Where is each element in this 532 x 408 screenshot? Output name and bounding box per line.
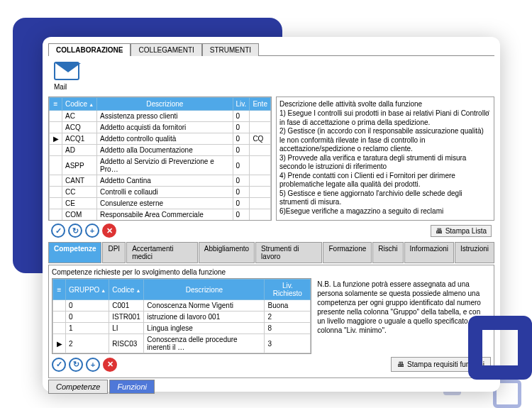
tab-funzioni-bottom[interactable]: Funzioni — [109, 380, 155, 394]
col-ente[interactable]: Ente — [250, 98, 271, 111]
top-tabs: COLLABORAZIONE COLLEGAMENTI STRUMENTI — [48, 43, 494, 56]
col-liv-richiesto[interactable]: Liv. Richiesto — [265, 280, 311, 300]
sub-tab-accertamenti-medici[interactable]: Accertamenti medici — [126, 242, 198, 263]
main-toolbar: ✓ ↻ + ✕ 🖶 Stampa Lista — [48, 221, 494, 241]
sub-tab-informazioni[interactable]: Informazioni — [404, 242, 454, 263]
delete-button[interactable]: ✕ — [103, 358, 117, 372]
sub-tab-rischi[interactable]: Rischi — [372, 242, 403, 263]
comp-toolbar: ✓ ↻ + ✕ 🖶 Stampa requisiti funzioni — [52, 354, 491, 375]
add-button[interactable]: + — [86, 358, 100, 372]
comp-note: N.B. La funzione potrà essere assegnata … — [316, 278, 491, 354]
mail-icon[interactable] — [54, 62, 79, 80]
col-descrizione[interactable]: Descrizione — [97, 98, 233, 111]
main-table: ≡ Codice Descrizione Liv. Ente ACAssiste… — [48, 97, 272, 221]
table-row[interactable]: 0ISTR001istruzione di lavoro 0012 — [53, 311, 311, 323]
table-row[interactable]: ASPPAddetto al Servizio di Prevenzione e… — [50, 156, 271, 175]
table-row[interactable]: CANTAddetto Cantina0 — [50, 175, 271, 187]
sub-tabs: CompetenzeDPIAccertamenti mediciAbbiglia… — [48, 242, 494, 263]
undo-button[interactable]: ↻ — [68, 224, 82, 238]
bg-decoration — [468, 316, 532, 380]
mail-section: Mail — [48, 56, 494, 94]
table-row[interactable]: ▶2RISC03Conoscenza delle procedure inere… — [53, 334, 311, 353]
col-descrizione[interactable]: Descrizione — [144, 280, 265, 300]
table-row[interactable]: 1LILingua inglese8 — [53, 323, 311, 334]
table-row[interactable]: COMResponsabile Area Commerciale0 — [50, 209, 271, 221]
expand-icon[interactable]: ⤢ — [485, 109, 491, 116]
col-codice[interactable]: Codice — [62, 98, 97, 111]
col-codice[interactable]: Codice — [109, 280, 144, 300]
printer-icon: 🖶 — [436, 227, 443, 235]
menu-icon[interactable]: ≡ — [50, 98, 62, 111]
undo-button[interactable]: ↻ — [69, 358, 83, 372]
table-row[interactable]: 0C001Conoscenza Norme VigentiBuona — [53, 300, 311, 311]
table-row[interactable]: CEConsulenze esterne0 — [50, 198, 271, 209]
table-row[interactable]: ADAddetto alla Documentazione0 — [50, 145, 271, 156]
confirm-button[interactable]: ✓ — [51, 224, 65, 238]
sub-tab-competenze[interactable]: Competenze — [48, 242, 101, 263]
table-row[interactable]: ▶ACQ1Addetto controllo qualità0CQ — [50, 133, 271, 145]
sub-tab-dpi[interactable]: DPI — [102, 242, 126, 263]
table-row[interactable]: ACAssistenza presso clienti0 — [50, 111, 271, 122]
tab-collegamenti[interactable]: COLLEGAMENTI — [131, 43, 201, 56]
description-panel: Descrizione delle attività svolte dalla … — [276, 97, 494, 221]
tab-strumenti[interactable]: STRUMENTI — [202, 43, 259, 56]
tab-competenze-bottom[interactable]: Competenze — [48, 380, 108, 394]
menu-icon[interactable]: ≡ — [53, 280, 66, 300]
col-liv[interactable]: Liv. — [233, 98, 250, 111]
sub-tab-abbigliamento[interactable]: Abbigliamento — [199, 242, 255, 263]
desc-title: Descrizione delle attività svolte dalla … — [279, 100, 491, 108]
mail-label: Mail — [54, 83, 494, 91]
table-row[interactable]: CCControlli e collaudi0 — [50, 187, 271, 198]
printer-icon: 🖶 — [397, 360, 404, 368]
print-list-button[interactable]: 🖶 Stampa Lista — [431, 225, 492, 237]
sub-tab-strumenti-di-lavoro[interactable]: Strumenti di lavoro — [255, 242, 322, 263]
col-gruppo[interactable]: GRUPPO — [66, 280, 109, 300]
confirm-button[interactable]: ✓ — [52, 358, 66, 372]
add-button[interactable]: + — [85, 224, 99, 238]
competenze-section: Competenze richieste per lo svolgimento … — [48, 265, 494, 378]
bottom-tabs: Competenze Funzioni — [48, 380, 494, 394]
comp-title: Competenze richieste per lo svolgimento … — [52, 268, 491, 276]
desc-text: 1) Esegue I controlli sui prodotti in ba… — [279, 109, 491, 216]
sub-tab-formazione[interactable]: Formazione — [323, 242, 372, 263]
sub-tab-istruzioni[interactable]: Istruzioni — [455, 242, 494, 263]
tab-collaborazione[interactable]: COLLABORAZIONE — [48, 43, 131, 56]
comp-table: ≡ GRUPPO Codice Descrizione Liv. Richies… — [52, 278, 311, 354]
app-window: COLLABORAZIONE COLLEGAMENTI STRUMENTI Ma… — [43, 37, 500, 392]
delete-button[interactable]: ✕ — [102, 224, 116, 238]
table-row[interactable]: ACQAddetto acquisti da fornitori0 — [50, 122, 271, 133]
